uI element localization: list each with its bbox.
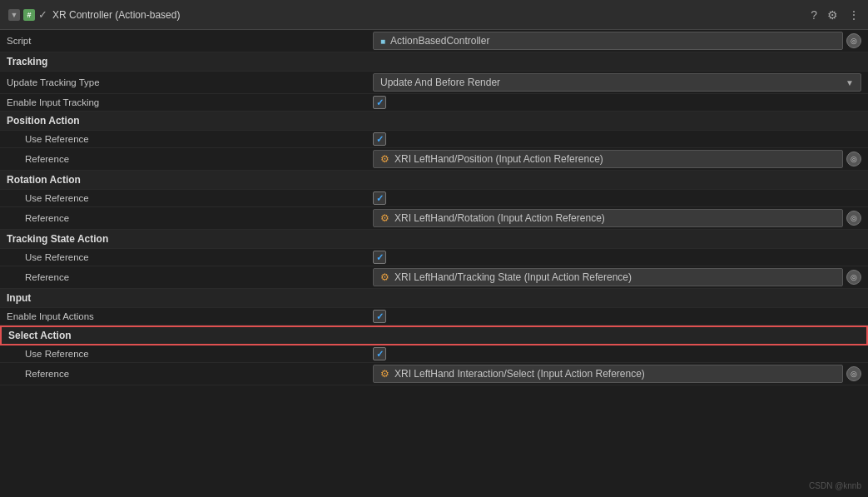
select-use-ref-checkbox[interactable] xyxy=(373,347,386,360)
select-use-ref-value xyxy=(373,347,861,360)
position-reference-row: Reference ⚙ XRI LeftHand/Position (Input… xyxy=(0,148,868,171)
rotation-use-ref-value xyxy=(373,191,861,205)
enable-input-actions-label: Enable Input Actions xyxy=(7,311,373,321)
rotation-ref-field[interactable]: ⚙ XRI LeftHand/Rotation (Input Action Re… xyxy=(373,209,843,227)
select-action-label: Select Action xyxy=(8,330,374,341)
enable-input-tracking-row: Enable Input Tracking xyxy=(0,94,868,112)
position-action-header: Position Action xyxy=(0,112,868,131)
tracking-type-dropdown[interactable]: Update And Before Render ▼ xyxy=(373,73,861,92)
position-ref-circle-btn[interactable]: ◎ xyxy=(846,152,861,166)
tracking-state-use-ref-row: Use Reference xyxy=(0,249,868,266)
tracking-label: Tracking xyxy=(7,56,373,67)
tracking-type-value: Update And Before Render xyxy=(380,77,500,88)
update-tracking-value: Update And Before Render ▼ xyxy=(373,73,861,92)
position-use-ref-label: Use Reference xyxy=(7,134,373,144)
select-ref-row: Reference ⚙ XRI LeftHand Interaction/Sel… xyxy=(0,363,868,385)
tracking-state-ref-row: Reference ⚙ XRI LeftHand/Tracking State … xyxy=(0,266,868,289)
rotation-ref-label: Reference xyxy=(7,213,373,223)
tracking-state-ref-label: Reference xyxy=(7,272,373,282)
rotation-ref-circle-btn[interactable]: ◎ xyxy=(846,211,861,226)
tracking-state-use-ref-value xyxy=(373,251,861,264)
title-bar-icons: ▼ # ✓ xyxy=(8,8,47,21)
enable-input-tracking-label: Enable Input Tracking xyxy=(7,97,373,107)
rotation-action-label: Rotation Action xyxy=(7,174,373,186)
enable-input-tracking-checkbox-area xyxy=(373,96,386,109)
rotation-use-reference-row: Use Reference xyxy=(0,190,868,207)
rotation-use-ref-checkbox[interactable] xyxy=(373,191,386,205)
rotation-use-ref-label: Use Reference xyxy=(7,193,373,203)
select-ref-circle-btn[interactable]: ◎ xyxy=(846,366,861,381)
tracking-state-ref-text: XRI LeftHand/Tracking State (Input Actio… xyxy=(394,271,632,283)
enabled-checkbox[interactable]: ✓ xyxy=(38,8,47,21)
select-ref-value: ⚙ XRI LeftHand Interaction/Select (Input… xyxy=(373,365,861,383)
select-use-ref-label: Use Reference xyxy=(7,349,373,359)
title-bar-actions: ? ⚙ ⋮ xyxy=(811,8,860,22)
rotation-ref-text: XRI LeftHand/Rotation (Input Action Refe… xyxy=(394,212,605,224)
enable-input-tracking-checkbox[interactable] xyxy=(373,96,386,109)
tracking-state-ref-circle-btn[interactable]: ◎ xyxy=(846,270,861,285)
enable-input-actions-checkbox[interactable] xyxy=(373,310,386,323)
select-ref-text: XRI LeftHand Interaction/Select (Input A… xyxy=(394,368,645,380)
position-use-reference-row: Use Reference xyxy=(0,131,868,148)
title-bar: ▼ # ✓ XR Controller (Action-based) ? ⚙ ⋮ xyxy=(0,0,868,30)
tracking-state-ref-field[interactable]: ⚙ XRI LeftHand/Tracking State (Input Act… xyxy=(373,268,843,286)
select-ref-icon: ⚙ xyxy=(380,368,389,380)
position-ref-icon: ⚙ xyxy=(380,153,389,165)
position-ref-field[interactable]: ⚙ XRI LeftHand/Position (Input Action Re… xyxy=(373,150,843,168)
dropdown-arrow-icon: ▼ xyxy=(846,78,854,87)
tracking-state-ref-value: ⚙ XRI LeftHand/Tracking State (Input Act… xyxy=(373,268,861,286)
hash-icon: # xyxy=(23,9,35,21)
update-tracking-row: Update Tracking Type Update And Before R… xyxy=(0,72,868,94)
settings-icon[interactable]: ⚙ xyxy=(827,8,838,22)
rotation-action-header: Rotation Action xyxy=(0,171,868,190)
script-label: Script xyxy=(7,36,373,46)
script-name: ActionBasedController xyxy=(390,35,489,47)
rotation-ref-icon: ⚙ xyxy=(380,212,389,224)
position-use-ref-checkbox[interactable] xyxy=(373,132,386,146)
enable-input-actions-row: Enable Input Actions xyxy=(0,308,868,326)
script-row: Script ■ ActionBasedController ◎ xyxy=(0,30,868,52)
update-tracking-label: Update Tracking Type xyxy=(7,77,373,87)
enable-input-tracking-value xyxy=(373,96,861,109)
position-action-label: Position Action xyxy=(7,115,373,127)
tracking-state-header: Tracking State Action xyxy=(0,230,868,249)
select-use-ref-row: Use Reference xyxy=(0,345,868,363)
help-icon[interactable]: ? xyxy=(811,8,817,22)
inspector-body: Script ■ ActionBasedController ◎ Trackin… xyxy=(0,30,868,497)
script-value: ■ ActionBasedController ◎ xyxy=(373,32,861,50)
position-ref-label: Reference xyxy=(7,154,373,164)
select-ref-field[interactable]: ⚙ XRI LeftHand Interaction/Select (Input… xyxy=(373,365,843,383)
tracking-state-label: Tracking State Action xyxy=(7,233,373,245)
tracking-state-use-ref-label: Use Reference xyxy=(7,252,373,262)
script-circle-btn[interactable]: ◎ xyxy=(846,33,861,48)
watermark: CSDN @knnb xyxy=(809,481,861,490)
component-title: XR Controller (Action-based) xyxy=(52,9,806,21)
enable-input-actions-value xyxy=(373,310,861,323)
rotation-ref-value: ⚙ XRI LeftHand/Rotation (Input Action Re… xyxy=(373,209,861,227)
position-ref-text: XRI LeftHand/Position (Input Action Refe… xyxy=(394,153,603,165)
position-ref-value: ⚙ XRI LeftHand/Position (Input Action Re… xyxy=(373,150,861,168)
tracking-state-use-ref-checkbox[interactable] xyxy=(373,251,386,264)
expand-icon[interactable]: ▼ xyxy=(8,9,20,21)
rotation-reference-row: Reference ⚙ XRI LeftHand/Rotation (Input… xyxy=(0,207,868,230)
select-action-header-row: Select Action xyxy=(0,326,868,345)
menu-icon[interactable]: ⋮ xyxy=(848,8,860,22)
tracking-state-ref-icon: ⚙ xyxy=(380,271,389,283)
script-icon: ■ xyxy=(380,37,385,46)
script-field[interactable]: ■ ActionBasedController xyxy=(373,32,843,50)
input-label: Input xyxy=(7,292,373,304)
tracking-section-header: Tracking xyxy=(0,52,868,72)
select-ref-label: Reference xyxy=(7,369,373,379)
position-use-ref-value xyxy=(373,132,861,146)
input-section-header: Input xyxy=(0,289,868,308)
